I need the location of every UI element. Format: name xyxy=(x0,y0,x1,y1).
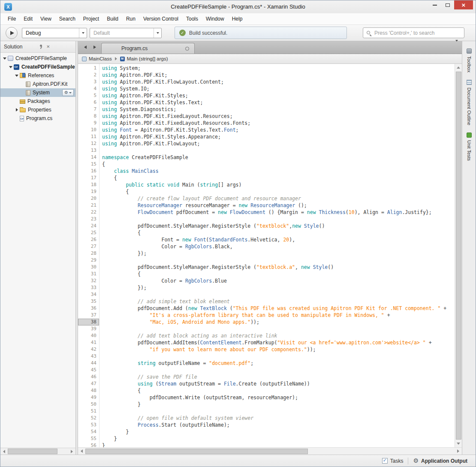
code-line[interactable]: "It's a cross-platform library that can … xyxy=(102,312,455,319)
scroll-up-icon[interactable] xyxy=(457,66,460,69)
code-line[interactable] xyxy=(102,147,455,154)
code-line[interactable]: pdfDocument.AddItems(ContentElement.From… xyxy=(102,339,455,346)
menu-item-search[interactable]: Search xyxy=(55,13,79,24)
line-number[interactable]: 5 xyxy=(78,92,99,99)
code-line[interactable]: ResourceManager resourceManager = new Re… xyxy=(102,202,455,209)
line-number[interactable]: 6 xyxy=(78,99,99,106)
menu-item-project[interactable]: Project xyxy=(79,13,103,24)
line-number[interactable]: 15 xyxy=(78,161,99,168)
code-line[interactable]: // add text block acting as an interacti… xyxy=(102,332,455,339)
breadcrumb-item-mainclass[interactable]: MainClass xyxy=(82,56,112,61)
line-number[interactable]: 54 xyxy=(78,428,99,435)
code-editor[interactable]: using System;using Apitron.PDF.Kit;using… xyxy=(99,64,455,447)
code-line[interactable]: { xyxy=(102,175,455,181)
line-number[interactable]: 45 xyxy=(78,367,99,374)
menu-item-run[interactable]: Run xyxy=(122,13,139,24)
code-line[interactable]: using Apitron.PDF.Kit.FixedLayout.Resour… xyxy=(102,120,455,127)
application-output-button[interactable]: Application Output xyxy=(408,458,472,464)
line-number[interactable]: 24 xyxy=(78,223,99,229)
scroll-down-icon[interactable] xyxy=(457,443,460,445)
code-line[interactable]: pdfDocument.Add (new TextBlock ("This PD… xyxy=(102,305,455,312)
line-number[interactable]: 44 xyxy=(78,360,99,367)
line-number[interactable]: 8 xyxy=(78,113,99,120)
line-number[interactable]: 52 xyxy=(78,415,99,422)
code-line[interactable]: { xyxy=(102,229,455,236)
panel-tab-document-outline[interactable]: Document Outline xyxy=(467,80,472,125)
tree-expander-icon[interactable] xyxy=(2,57,7,60)
code-line[interactable] xyxy=(102,216,455,223)
build-status-panel[interactable]: Build successful. xyxy=(175,27,347,39)
code-line[interactable]: using Apitron.PDF.Kit.Styles; xyxy=(102,92,455,99)
line-number[interactable]: 32 xyxy=(78,277,99,284)
scroll-right-icon[interactable] xyxy=(71,450,73,453)
code-line[interactable]: pdfDocument.StyleManager.RegisterStyle (… xyxy=(102,223,455,229)
code-line[interactable]: using Apitron.PDF.Kit.FlowLayout; xyxy=(102,140,455,147)
code-line[interactable] xyxy=(102,408,455,415)
scrollbar-thumb[interactable] xyxy=(456,72,461,440)
line-number[interactable]: 21 xyxy=(78,202,99,209)
tree-item-createpdffilesample[interactable]: CreatePDFFileSample xyxy=(0,63,75,71)
line-number[interactable]: 29 xyxy=(78,257,99,264)
line-number[interactable]: 30 xyxy=(78,264,99,271)
line-number[interactable]: 1 xyxy=(78,65,99,72)
code-line[interactable]: using Apitron.PDF.Kit.Styles.Appearance; xyxy=(102,133,455,140)
code-line[interactable]: using System.IO; xyxy=(102,85,455,92)
code-line[interactable]: // add simple text blok element xyxy=(102,298,455,305)
code-line[interactable]: Color = RgbColors.Blue xyxy=(102,277,455,284)
code-line[interactable]: using Apitron.PDF.Kit.FlowLayout.Content… xyxy=(102,78,455,85)
code-line[interactable] xyxy=(102,257,455,264)
line-number[interactable]: 26 xyxy=(78,236,99,243)
tasks-button[interactable]: Tasks xyxy=(377,458,408,464)
tab-list-dropdown[interactable] xyxy=(455,42,458,49)
scroll-left-icon[interactable] xyxy=(3,450,5,453)
scroll-right-icon[interactable] xyxy=(457,449,459,453)
code-line[interactable] xyxy=(102,325,455,332)
line-number[interactable]: 18 xyxy=(78,181,99,188)
scrollbar-thumb[interactable] xyxy=(85,449,308,454)
line-number[interactable]: 38 xyxy=(78,319,99,325)
code-line[interactable]: "if you want to learn more about our PDF… xyxy=(102,346,455,353)
code-line[interactable]: }); xyxy=(102,284,455,291)
code-line[interactable]: using Apitron.PDF.Kit.FixedLayout.Resour… xyxy=(102,113,455,120)
line-number[interactable]: 11 xyxy=(78,133,99,140)
code-line[interactable]: { xyxy=(102,161,455,168)
code-line[interactable]: } xyxy=(102,442,455,447)
code-line[interactable]: using Apitron.PDF.Kit; xyxy=(102,72,455,78)
navigate-forward-button[interactable] xyxy=(90,42,99,52)
code-line[interactable]: using (Stream outputStream = File.Create… xyxy=(102,380,455,387)
tree-item-program-cs[interactable]: Program.cs xyxy=(0,114,75,123)
code-line[interactable]: using System.Diagnostics; xyxy=(102,106,455,113)
code-line[interactable]: FlowDocument pdfDocument = new FlowDocum… xyxy=(102,209,455,216)
breadcrumb-item-main-string-args[interactable]: Main (string[] args) xyxy=(120,56,168,61)
line-number[interactable]: 49 xyxy=(78,394,99,401)
code-line[interactable]: { xyxy=(102,188,455,195)
menu-item-edit[interactable]: Edit xyxy=(20,13,36,24)
line-number[interactable]: 13 xyxy=(78,147,99,154)
line-number[interactable]: 7 xyxy=(78,106,99,113)
dock-pin-icon[interactable] xyxy=(39,45,43,49)
code-line[interactable]: // save the PDF file xyxy=(102,374,455,380)
line-number[interactable]: 53 xyxy=(78,422,99,428)
line-number[interactable]: 9 xyxy=(78,120,99,127)
line-number[interactable]: 46 xyxy=(78,374,99,380)
code-line[interactable]: public static void Main (string[] args) xyxy=(102,181,455,188)
device-dropdown[interactable]: Default xyxy=(90,28,162,38)
maximize-button[interactable] xyxy=(441,0,454,9)
line-number[interactable]: 35 xyxy=(78,298,99,305)
code-line[interactable] xyxy=(102,367,455,374)
line-number[interactable]: 31 xyxy=(78,271,99,277)
menu-item-window[interactable]: Window xyxy=(202,13,228,24)
panel-tab-toolbox[interactable]: Toolbox xyxy=(467,48,472,72)
tab-modified-close-icon[interactable] xyxy=(185,47,189,51)
code-line[interactable] xyxy=(102,353,455,360)
line-number[interactable]: 55 xyxy=(78,435,99,442)
reference-options-button[interactable] xyxy=(62,89,74,96)
minimize-button[interactable] xyxy=(428,0,441,9)
line-number[interactable]: 36 xyxy=(78,305,99,312)
line-number[interactable]: 40 xyxy=(78,332,99,339)
line-number[interactable]: 17 xyxy=(78,175,99,181)
code-line[interactable]: Process.Start (outputFileName); xyxy=(102,422,455,428)
line-number[interactable]: 48 xyxy=(78,387,99,394)
code-line[interactable]: pdfDocument.StyleManager.RegisterStyle (… xyxy=(102,264,455,271)
line-number[interactable]: 22 xyxy=(78,209,99,216)
